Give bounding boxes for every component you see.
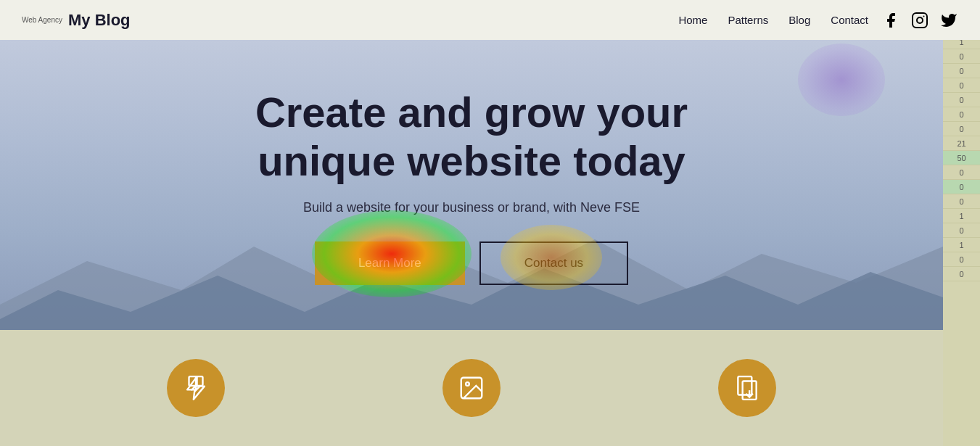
instagram-icon[interactable]	[910, 11, 929, 30]
social-icons	[881, 11, 958, 30]
main-nav: Home Patterns Blog Contact	[678, 14, 868, 26]
twitter-icon[interactable]	[939, 11, 958, 30]
sidebar-row-8: 0	[943, 122, 980, 136]
facebook-icon[interactable]	[881, 11, 900, 30]
sidebar-row-5: 0	[943, 78, 980, 93]
learn-more-button[interactable]: Learn More	[315, 241, 465, 285]
download-svg	[733, 374, 761, 402]
feature-bolt-icon[interactable]	[167, 359, 225, 417]
image-svg	[458, 374, 485, 402]
bolt-svg	[182, 374, 210, 402]
sidebar-row-7: 0	[943, 107, 980, 122]
nav-patterns[interactable]: Patterns	[728, 14, 768, 26]
features-section	[0, 330, 943, 446]
sidebar-row-13: 0	[943, 194, 980, 209]
contact-us-button[interactable]: Contact us	[479, 241, 628, 285]
hero-buttons: Learn More Contact us	[218, 241, 725, 285]
sidebar-row-12: 0	[943, 180, 980, 194]
brand-agency-label: Web Agency	[22, 16, 62, 24]
sidebar-row-18: 0	[943, 267, 980, 281]
sidebar-row-11: 0	[943, 165, 980, 180]
brand-title: My Blog	[68, 11, 131, 30]
sidebar-row-10: 50	[943, 151, 980, 165]
sidebar-row-14: 1	[943, 209, 980, 223]
feature-download-icon[interactable]	[718, 359, 776, 417]
hero-content: Create and grow your unique website toda…	[218, 88, 725, 284]
sidebar-row-3: 0	[943, 49, 980, 64]
svg-point-2	[923, 15, 925, 17]
nav-contact[interactable]: Contact	[831, 14, 868, 26]
sidebar-row-6: 0	[943, 93, 980, 107]
sidebar-row-17: 0	[943, 252, 980, 267]
sidebar-row-4: 0	[943, 64, 980, 78]
nav-home[interactable]: Home	[678, 14, 707, 26]
svg-rect-0	[913, 13, 927, 28]
sidebar-row-16: 1	[943, 238, 980, 252]
sidebar-row-15: 0	[943, 223, 980, 238]
hero-subtitle: Build a website for your business or bra…	[218, 200, 725, 215]
hero-title: Create and grow your unique website toda…	[218, 88, 725, 185]
nav-blog[interactable]: Blog	[788, 14, 810, 26]
svg-point-1	[917, 17, 923, 23]
svg-point-8	[466, 382, 469, 386]
feature-image-icon[interactable]	[442, 359, 501, 417]
site-header: Web Agency My Blog Home Patterns Blog Co…	[0, 0, 980, 40]
sidebar-row-9: 21	[943, 136, 980, 151]
right-sidebar: 0 0 1 0 0 0 0 0 0 21 50 0 0 0 1 0 1 0 0	[943, 0, 980, 446]
hero-section: Create and grow your unique website toda…	[0, 0, 943, 334]
